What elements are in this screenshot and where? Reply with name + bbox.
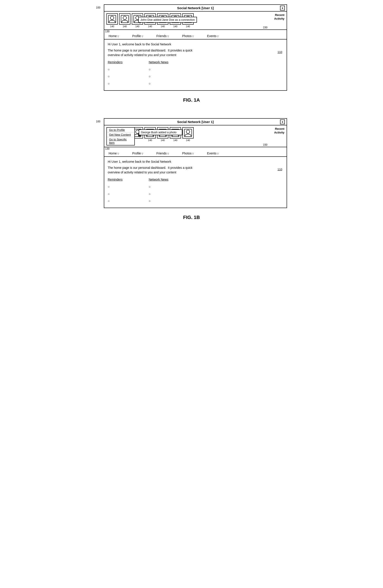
dropdown-item-get-content[interactable]: Get New Content [107,132,134,137]
dashboard-text-1b: The home page is our personal dashboard.… [108,166,283,175]
avatar-label-3: 140 [135,25,139,28]
news-item-b2 [149,190,168,197]
svg-point-0 [110,16,114,20]
recent-activity-label-1b: RecentActivity [269,127,284,135]
dropdown-menu-1b: Go to Profile Get New Content Go to Spec… [106,127,135,146]
fig1a-caption: FIG. 1A [183,97,200,103]
avatar-label-b4: 140 [148,139,152,142]
window-title-1b: Social Network [User 1] [177,120,214,124]
dropdown-item-goto-specific[interactable]: Go to Specific Item [107,137,134,145]
friends-arrow-1a: ▽ [167,35,169,38]
reminders-header-1a: Reminders [108,61,123,64]
avatar-label-2: 140 [123,25,127,28]
svg-rect-29 [184,129,192,137]
close-button-1a[interactable]: x [280,6,285,10]
nav-photos-1b[interactable]: Photos ▽ [182,152,194,155]
recent-activity-label-1a: RecentActivity [269,13,284,21]
figure-1b-section: 100 Social Network [User 1] x [96,118,287,229]
svg-point-2 [123,16,127,20]
avatar-2[interactable]: 140 [119,13,130,28]
news-header-1b: Network News [149,178,168,181]
avatar-icon-1 [106,13,118,25]
nav-profile-1b[interactable]: Profile ▽ [132,152,143,155]
page-wrapper: 100 Social Network [User 1] x [96,4,287,235]
reminder-item-3 [108,80,123,87]
tag-110-1b: 110 [277,168,282,171]
avatar-b1[interactable]: 140 160 Go to Profile Get New Content Go… [106,127,118,142]
activity-bar-1a: 140 140 [104,12,287,30]
news-col-1b: Network News [149,178,168,204]
avatar-label-6: 140 [173,25,177,28]
events-arrow-1b: ▽ [217,152,219,155]
tag-150-1a: 150 [263,26,267,29]
profile-arrow-1a: ▽ [142,35,143,38]
tag-130-1a: 130 [104,30,287,33]
fig1b-row: 100 Social Network [User 1] x [96,118,287,208]
avatar-icon-b7 [182,127,194,139]
avatar-label-5: 140 [161,25,165,28]
reminder-item-1 [108,66,123,73]
titlebar-1a: Social Network [User 1] x [104,5,287,12]
avatar-label-b6: 140 [173,139,177,142]
svg-point-28 [186,130,190,133]
close-button-1b[interactable]: x [280,120,285,124]
reminders-header-1b: Reminders [108,178,123,181]
avatar-3[interactable]: 140 John Doe added Jane Doe as a connect… [132,13,143,28]
avatar-b7[interactable]: 140 [182,127,194,142]
nav-home-1a[interactable]: Home ▽ [109,34,119,38]
content-area-1b: Hi User 1, welcome back to the Social Ne… [104,157,287,208]
left-tags-1b: 100 [96,118,104,123]
nav-friends-1b[interactable]: Friends ▽ [156,152,169,155]
tag-150-1b: 150 [263,143,267,146]
photos-arrow-1b: ▽ [192,152,194,155]
news-header-1a: Network News [149,61,168,64]
avatar-label-b7: 140 [186,139,190,142]
reminders-list-1a [108,66,123,87]
notification-bubble-1b: George Bush added a photo [139,129,182,135]
news-item-b3 [149,197,168,204]
news-item-2 [149,73,168,80]
friends-arrow-1b: ▽ [167,152,169,155]
tag-110-1a: 110 [277,50,282,54]
window-title-1a: Social Network [User 1] [177,6,214,10]
welcome-text-1a: Hi User 1, welcome back to the Social Ne… [108,42,283,46]
avatars-area-1a: 140 140 [106,13,269,28]
nav-bar-1b: Home ▽ Profile ▽ Friends ▽ Photos [104,150,287,157]
tag-100-1a: 100 [96,6,104,9]
notification-bubble-1a: John Doe added Jane Doe as a connection [138,17,197,23]
news-item-1 [149,66,168,73]
reminder-item-b3 [108,197,123,204]
tag-100-1b: 100 [96,120,104,123]
fig1a-row: 100 Social Network [User 1] x [96,4,287,91]
news-item-b1 [149,183,168,190]
two-col-1a: Reminders Network News [108,61,283,87]
home-arrow-1b: ▽ [117,152,119,155]
reminder-item-b1 [108,183,123,190]
profile-arrow-1b: ▽ [142,152,143,155]
nav-events-1a[interactable]: Events ▽ [207,34,219,38]
news-list-1a [149,66,168,87]
home-arrow-1a: ▽ [117,35,119,38]
nav-profile-1a[interactable]: Profile ▽ [132,34,143,38]
dashboard-text-1a: The home page is our personal dashboard.… [108,48,283,57]
titlebar-1b: Social Network [User 1] x [104,119,287,126]
welcome-text-1b: Hi User 1, welcome back to the Social Ne… [108,160,283,163]
avatar-label-1: 140 [110,25,114,28]
fig1b-window-wrapper: Social Network [User 1] x 140 [104,118,287,208]
reminders-col-1a: Reminders [108,61,123,87]
left-tags-1a: 100 [96,4,104,9]
reminders-col-1b: Reminders [108,178,123,204]
avatar-label-4: 140 [148,25,152,28]
two-col-1b: Reminders Network News [108,178,283,204]
svg-rect-1 [108,15,116,23]
nav-photos-1a[interactable]: Photos ▽ [182,34,194,38]
news-item-3 [149,80,168,87]
nav-home-1b[interactable]: Home ▽ [109,152,119,155]
dropdown-item-goto-profile[interactable]: Go to Profile [107,127,134,132]
events-arrow-1a: ▽ [217,35,219,38]
avatar-1[interactable]: 140 [106,13,118,28]
fig1a-window-wrapper: Social Network [User 1] x 140 [104,4,287,91]
nav-friends-1a[interactable]: Friends ▽ [156,34,169,38]
nav-events-1b[interactable]: Events ▽ [207,152,219,155]
browser-window-1b: Social Network [User 1] x 140 [104,118,287,208]
